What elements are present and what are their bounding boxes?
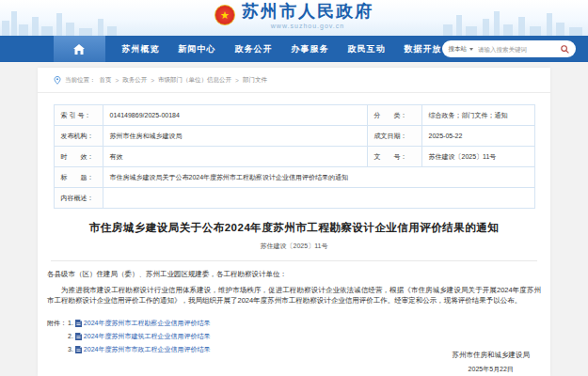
- breadcrumb-home[interactable]: 首页: [100, 76, 112, 85]
- meta-label-validity: 时 效：: [54, 147, 103, 167]
- signature-block: 苏州市住房和城乡建设局 2025年5月22日: [453, 351, 531, 374]
- page-background: 当前位置： 首页 > 政务公开 > 市级部门（单位）信息公开 > 部门文件 索 …: [0, 62, 588, 376]
- document-body: 各县级市（区）住建局（委）、苏州工业园区规建委，各工程勘察设计单位： 为推进我市…: [47, 269, 541, 306]
- site-search[interactable]: 搜本站: [442, 40, 577, 57]
- site-title: 苏州市人民政府: [242, 3, 373, 22]
- table-row: 标 题： 市住房城乡建设局关于公布2024年度苏州市工程勘察设计企业信用评价结果…: [54, 167, 534, 188]
- file-icon: [75, 333, 82, 340]
- search-scope-label: 搜本站: [449, 45, 468, 54]
- breadcrumb-dept-info[interactable]: 市级部门（单位）信息公开: [158, 76, 231, 85]
- nav-item-open-data[interactable]: 数据开放: [405, 43, 442, 55]
- list-item: 附件： 1. 2024年度苏州市工程勘察企业信用评价结果: [47, 317, 541, 330]
- chevron-down-icon: [469, 48, 473, 51]
- breadcrumb-separator: >: [151, 77, 154, 84]
- breadcrumb-separator: >: [235, 77, 239, 84]
- meta-label-category: 分 类：: [367, 105, 421, 126]
- breadcrumb-separator: >: [116, 77, 119, 84]
- list-item: 2. 2024年度苏州市建筑工程企业信用评价结果: [47, 330, 541, 343]
- meta-value-validity: 有效: [103, 147, 367, 167]
- document-number: 苏住建设〔2025〕11号: [38, 242, 550, 251]
- site-url: www.suzhou.gov.cn: [242, 23, 373, 29]
- meta-value-docnum: 苏住建设〔2025〕11号: [421, 147, 534, 167]
- nav-item-gov-affairs[interactable]: 政务公开: [235, 43, 273, 55]
- table-row: 发布机构： 苏州市住房和城乡建设局 成文日期： 2025-05-22: [54, 126, 534, 147]
- main-navbar: 苏州概览 新闻中心 政务公开 办事服务 政民互动 数据开放 搜本站: [0, 36, 588, 62]
- nav-item-news[interactable]: 新闻中心: [179, 43, 216, 55]
- nav-item-overview[interactable]: 苏州概览: [122, 43, 160, 55]
- breadcrumb: 当前位置： 首页 > 政务公开 > 市级部门（单位）信息公开 > 部门文件: [38, 68, 550, 93]
- table-row: 时 效： 有效 文 号： 苏住建设〔2025〕11号: [54, 147, 534, 167]
- meta-value-index: 014149869/2025-00184: [103, 105, 367, 126]
- meta-label-index: 索 引 号：: [54, 105, 103, 126]
- meta-value-category: 综合政务；部门文件；通知: [421, 105, 534, 126]
- national-emblem-icon: ★: [215, 5, 235, 25]
- location-pin-icon: [54, 76, 61, 85]
- meta-label-docnum: 文 号：: [367, 147, 421, 167]
- content-card: 当前位置： 首页 > 政务公开 > 市级部门（单位）信息公开 > 部门文件 索 …: [38, 68, 550, 376]
- attachment-number: 1.: [68, 320, 73, 326]
- meta-label-date: 成文日期：: [367, 126, 421, 147]
- meta-label-issuer: 发布机构：: [54, 126, 103, 147]
- nav-item-services[interactable]: 办事服务: [292, 43, 329, 55]
- attachment-number: 2.: [68, 333, 73, 339]
- attachment-link-survey[interactable]: 2024年度苏州市工程勘察企业信用评价结果: [84, 319, 211, 328]
- meta-label-summary: 内容概述：: [54, 188, 103, 209]
- search-icon[interactable]: [561, 45, 569, 54]
- signature-date: 2025年5月22日: [453, 365, 531, 374]
- table-row: 索 引 号： 014149869/2025-00184 分 类： 综合政务；部门…: [54, 105, 534, 126]
- salutation: 各县级市（区）住建局（委）、苏州工业园区规建委，各工程勘察设计单位：: [47, 269, 541, 280]
- breadcrumb-current: 部门文件: [243, 76, 267, 85]
- breadcrumb-label: 当前位置：: [65, 76, 96, 85]
- meta-value-title: 市住房城乡建设局关于公布2024年度苏州市工程勘察设计企业信用评价结果的通知: [103, 167, 534, 188]
- search-input[interactable]: [478, 46, 561, 53]
- home-button[interactable]: [54, 36, 105, 62]
- document-meta-table: 索 引 号： 014149869/2025-00184 分 类： 综合政务；部门…: [54, 104, 535, 209]
- meta-value-date: 2025-05-22: [421, 126, 534, 147]
- attachments-label: 附件：: [47, 319, 68, 328]
- nav-item-interaction[interactable]: 政民互动: [348, 43, 386, 55]
- home-icon: [73, 44, 85, 55]
- nav-items: 苏州概览 新闻中心 政务公开 办事服务 政民互动 数据开放: [122, 43, 442, 55]
- attachment-link-construction[interactable]: 2024年度苏州市建筑工程企业信用评价结果: [84, 332, 211, 341]
- search-scope-dropdown[interactable]: 搜本站: [449, 45, 474, 54]
- meta-label-title: 标 题：: [54, 167, 103, 188]
- file-icon: [75, 320, 82, 327]
- site-header: ★ 苏州市人民政府 www.suzhou.gov.cn: [0, 0, 588, 36]
- divider: [51, 260, 537, 261]
- file-icon: [75, 346, 82, 353]
- meta-value-summary: [103, 188, 534, 209]
- body-paragraph: 为推进我市建设工程勘察设计行业信用体系建设，维护市场秩序，促进工程勘察设计企业依…: [47, 285, 541, 306]
- attachment-link-municipal[interactable]: 2024年度苏州市市政工程企业信用评价结果: [84, 345, 211, 354]
- attachment-number: 3.: [68, 346, 73, 352]
- table-row: 内容概述：: [54, 188, 534, 209]
- signature-org: 苏州市住房和城乡建设局: [453, 351, 531, 360]
- breadcrumb-gov-affairs[interactable]: 政务公开: [122, 76, 147, 85]
- meta-value-issuer: 苏州市住房和城乡建设局: [103, 126, 367, 147]
- page-title: 市住房城乡建设局关于公布2024年度苏州市工程勘察设计企业信用评价结果的通知: [38, 221, 550, 235]
